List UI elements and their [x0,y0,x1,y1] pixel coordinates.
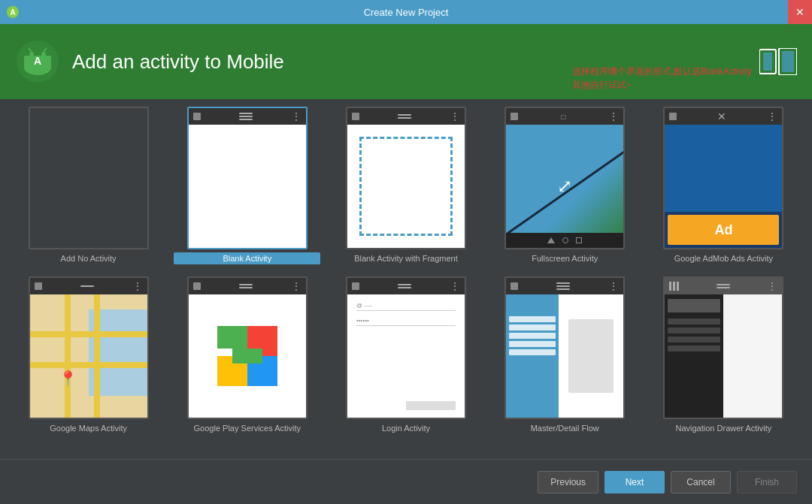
blank-activity-thumbnail: ⋮ [187,107,308,249]
nav-drawer-thumbnail: ⋮ [663,276,783,419]
fullscreen-thumbnail: □ ⋮ ⤢ [504,107,625,249]
activity-item-master-detail[interactable]: ⋮ [492,276,638,433]
play-services-thumbnail: ⋮ [187,276,308,419]
header-subtitle: 选择程序哪个界面的形式,默认选BlankActivity 其他自行试试~ [572,65,752,92]
blank-activity-fragment-thumbnail: ⋮ [346,107,466,249]
activity-item-login[interactable]: ⋮ @ ---- •••••• Login Activity [332,276,479,433]
activity-item-play-services[interactable]: ⋮ Google Play Services Activity [174,276,320,433]
svg-text:A: A [34,55,41,67]
blank-activity-selected-label: Blank Activity [174,252,320,264]
header: A Add an activity to Mobile 选择程序哪个界面的形式,… [0,24,812,99]
svg-rect-13 [782,51,794,72]
previous-button[interactable]: Previous [538,471,598,493]
header-title: Add an activity to Mobile [72,50,284,74]
master-detail-thumbnail: ⋮ [504,276,625,419]
svg-point-6 [41,52,46,56]
activity-item-nav-drawer[interactable]: ⋮ Navigation Drawer Activity [650,276,797,433]
close-button[interactable]: ✕ [788,0,812,24]
cancel-button[interactable]: Cancel [671,471,731,493]
finish-button[interactable]: Finish [737,471,797,493]
svg-text:A: A [10,8,15,17]
activity-label-blank-fragment: Blank Activity with Fragment [354,254,458,263]
activity-label-fullscreen: Fullscreen Activity [532,254,598,263]
activity-item-fullscreen[interactable]: □ ⋮ ⤢ Fullscreen Activity [492,107,638,263]
login-thumbnail: ⋮ @ ---- •••••• [346,276,466,419]
activity-label-login: Login Activity [382,424,430,433]
title-bar: A Create New Project ✕ [0,0,812,24]
window-title: Create New Project [364,7,449,18]
activity-item-blank-activity[interactable]: ⋮ Blank Activity [174,107,320,264]
activity-item-admob[interactable]: ✕ ⋮ Ad [650,107,797,263]
android-studio-logo: A [15,39,60,84]
activity-label-maps: Google Maps Activity [50,424,127,433]
next-button[interactable]: Next [604,471,665,493]
scroll-area[interactable]: Add No Activity ⋮ Blank [0,99,812,459]
maps-thumbnail: ⋮ 📍 [29,276,149,419]
app-icon: A [6,5,20,19]
no-activity-thumbnail [29,107,149,249]
activity-item-add-no-activity[interactable]: Add No Activity [15,107,162,263]
content-area: Add No Activity ⋮ Blank [0,99,812,459]
activity-label-play-services: Google Play Services Activity [194,424,301,433]
activity-item-maps[interactable]: ⋮ 📍 Google Maps Activity [15,276,162,433]
activity-label-nav-drawer: Navigation Drawer Activity [676,424,772,433]
activity-item-blank-activity-fragment[interactable]: ⋮ Blank Activity with Fragment [332,107,479,263]
activity-grid: Add No Activity ⋮ Blank [15,107,797,433]
activity-label-admob: Google AdMob Ads Activity [674,254,773,263]
footer: Previous Next Cancel Finish [0,459,812,504]
mobile-layouts-icon [759,48,797,75]
activity-label-add-no-activity: Add No Activity [61,254,117,263]
activity-label-master-detail: Master/Detail Flow [531,424,599,433]
admob-thumbnail: ✕ ⋮ Ad [663,107,783,249]
svg-rect-11 [763,53,772,71]
